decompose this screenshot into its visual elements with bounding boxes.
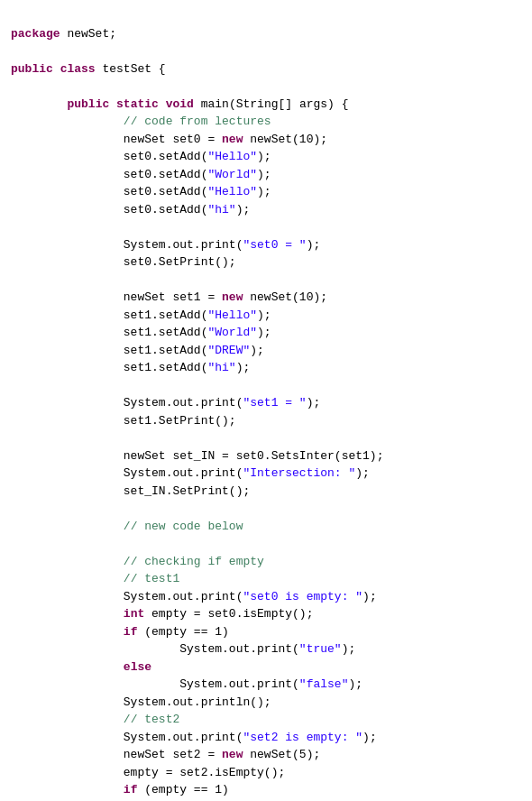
line-26: System.out.print("Intersection: "); [11,466,370,480]
line-38: System.out.print("false"); [11,677,362,691]
line-23: set1.SetPrint(); [11,414,236,428]
line-9: set0.setAdd("World"); [11,168,271,181]
line-19: set1.setAdd("DREW"); [11,344,264,357]
line-27: set_IN.SetPrint(); [11,484,250,498]
line-42: newSet set2 = new newSet(5); [11,748,320,761]
line-16: newSet set1 = new newSet(10); [11,290,327,304]
line-10: set0.setAdd("Hello"); [11,185,271,198]
line-25: newSet set_IN = set0.SetsInter(set1); [11,449,383,463]
line-8: set0.setAdd("Hello"); [11,150,271,163]
line-34: int empty = set0.isEmpty(); [11,607,313,621]
line-39: System.out.println(); [11,695,271,709]
line-44: if (empty == 1) [11,783,229,796]
line-43: empty = set2.isEmpty(); [11,766,285,779]
line-29: // new code below [11,520,243,533]
line-5: public static void main(String[] args) { [11,97,349,111]
line-20: set1.setAdd("hi"); [11,361,250,374]
line-18: set1.setAdd("World"); [11,326,271,339]
line-6: // code from lectures [11,115,271,128]
line-41: System.out.print("set2 is empty: "); [11,731,377,744]
line-1: package newSet; [11,27,116,41]
line-11: set0.setAdd("hi"); [11,203,250,216]
line-22: System.out.print("set1 = "); [11,396,320,410]
line-17: set1.setAdd("Hello"); [11,308,271,322]
code-editor: package newSet; public class testSet { p… [0,0,532,801]
line-3: public class testSet { [11,62,166,76]
line-37: else [11,660,151,674]
line-7: newSet set0 = new newSet(10); [11,133,327,146]
line-40: // test2 [11,713,179,726]
line-13: System.out.print("set0 = "); [11,238,320,252]
line-35: if (empty == 1) [11,625,229,639]
line-14: set0.SetPrint(); [11,255,236,269]
line-33: System.out.print("set0 is empty: "); [11,590,377,603]
line-32: // test1 [11,572,179,585]
line-31: // checking if empty [11,555,264,568]
line-36: System.out.print("true"); [11,642,355,656]
